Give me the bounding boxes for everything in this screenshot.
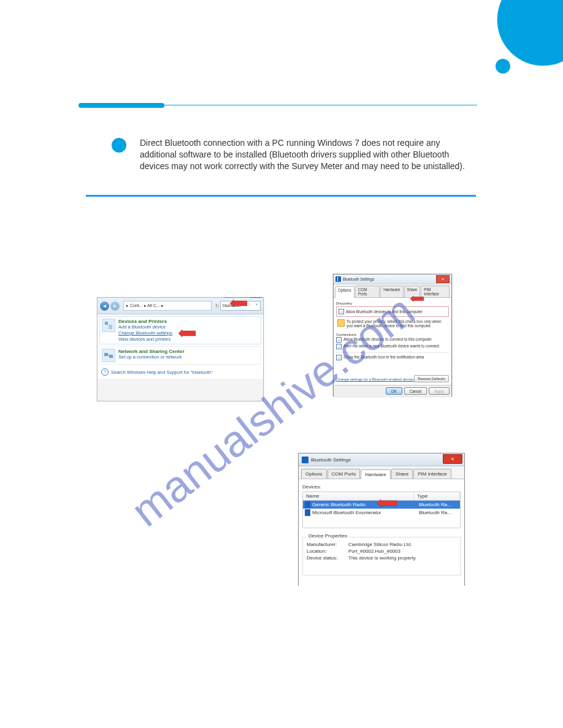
corner-decoration (465, 0, 563, 92)
close-button[interactable]: × (436, 275, 450, 283)
discovery-checkbox[interactable]: ✓ (339, 309, 344, 314)
bluetooth-icon (305, 501, 310, 508)
bluetooth-icon (305, 509, 310, 516)
dialog-title: Bluetooth Settings (311, 457, 351, 463)
conn-allow-label: Allow Bluetooth devices to connect to th… (343, 337, 432, 341)
manu-val: Cambridge Silicon Radio Ltd. (348, 542, 412, 547)
loc-val: Port_#0002.Hub_#0003 (348, 548, 400, 554)
discovery-label: Discovery (336, 301, 449, 305)
loc-key: Location: (307, 548, 348, 554)
help-link[interactable]: Change settings for a Bluetooth enabled … (336, 377, 415, 381)
conn-allow-checkbox[interactable]: ✓ (336, 337, 342, 343)
devices-label: Devices: (302, 484, 461, 490)
props-label: Device Properties (307, 533, 349, 539)
link-setup-connection[interactable]: Set up a connection or network (118, 354, 185, 360)
device-row-enumerator[interactable]: Microsoft Bluetooth Enumerator Bluetooth… (303, 509, 460, 517)
svg-rect-4 (109, 355, 113, 358)
show-icon-checkbox[interactable]: ✓ (336, 355, 342, 360)
result-header: Devices and Printers (118, 319, 172, 324)
red-arrow-icon (178, 330, 196, 337)
tab-pim[interactable]: PIM Interface (421, 286, 450, 297)
svg-rect-2 (109, 325, 112, 329)
dialog-title: Bluetooth Settings (343, 277, 436, 281)
close-button[interactable]: × (443, 454, 462, 464)
bluetooth-icon (302, 457, 308, 463)
ok-button[interactable]: OK (386, 387, 402, 395)
col-type[interactable]: Type (414, 492, 460, 500)
help-icon: ? (101, 368, 109, 376)
screenshot-control-panel: _ ☐ × ◄ ► ▸ Cont... ▸ All C... ▸ ↻ bluet… (97, 297, 264, 401)
tab-com[interactable]: COM Ports (355, 286, 380, 297)
red-arrow-icon (377, 499, 397, 507)
svg-rect-3 (104, 353, 108, 356)
svg-point-0 (496, 59, 510, 74)
cancel-button[interactable]: Cancel (404, 387, 427, 395)
red-arrow-icon (410, 296, 424, 301)
network-icon (102, 349, 115, 362)
link-change-bluetooth[interactable]: Change Bluetooth settings (118, 330, 172, 336)
link-add-device[interactable]: Add a Bluetooth device (118, 324, 172, 330)
stat-val: This device is working properly. (348, 555, 416, 561)
tab-options[interactable]: Options (301, 469, 327, 479)
tab-hardware[interactable]: Hardware (361, 469, 391, 479)
bullet-text: Direct Bluetooth connection with a PC ru… (140, 137, 465, 172)
section-divider-mid (86, 195, 476, 197)
link-view-devices[interactable]: View devices and printers (118, 336, 172, 343)
stat-key: Device status: (307, 555, 348, 561)
conn-alert-checkbox[interactable]: ✓ (336, 344, 342, 349)
screenshot-bluetooth-hardware: Bluetooth Settings × Options COM Ports H… (298, 453, 465, 586)
warning-text: To protect your privacy, select this che… (347, 319, 448, 328)
conn-alert-label: Alert me when a new Bluetooth device wan… (343, 344, 439, 348)
devices-printers-icon (102, 319, 115, 332)
screenshot-bluetooth-options: Bluetooth Settings × Options COM Ports H… (333, 274, 452, 396)
bluetooth-icon (335, 276, 341, 282)
tab-options[interactable]: Options (335, 286, 354, 298)
show-icon-label: Show the Bluetooth icon in the notificat… (343, 355, 424, 359)
svg-line-5 (108, 354, 109, 356)
bullet-dot (112, 138, 126, 153)
svg-rect-1 (105, 322, 108, 325)
nav-forward-button[interactable]: ► (110, 301, 120, 311)
breadcrumb[interactable]: ▸ Cont... ▸ All C... ▸ (123, 301, 212, 311)
search-clear-icon[interactable]: × (255, 301, 258, 307)
red-arrow-icon (230, 300, 247, 307)
section-divider-top (79, 103, 477, 108)
tab-pim[interactable]: PIM Interface (413, 469, 451, 479)
discovery-checkbox-label: Allow Bluetooth devices to find this com… (346, 309, 423, 314)
tab-share[interactable]: Share (391, 469, 413, 479)
result-network[interactable]: Network and Sharing Center Set up a conn… (99, 346, 261, 365)
nav-back-button[interactable]: ◄ (100, 301, 109, 311)
manu-key: Manufacturer: (307, 542, 348, 547)
help-search-link[interactable]: ? Search Windows Help and Support for "b… (99, 366, 262, 377)
devices-table: Name Type Generic Bluetooth Radio Blueto… (302, 491, 461, 528)
result-header-network: Network and Sharing Center (118, 349, 185, 354)
restore-defaults-button[interactable]: Restore Defaults (414, 375, 449, 382)
warning-icon (337, 319, 345, 327)
apply-button[interactable]: Apply (429, 387, 450, 395)
tab-hardware[interactable]: Hardware (380, 286, 403, 297)
col-name[interactable]: Name (303, 492, 414, 500)
tab-com[interactable]: COM Ports (327, 469, 361, 479)
